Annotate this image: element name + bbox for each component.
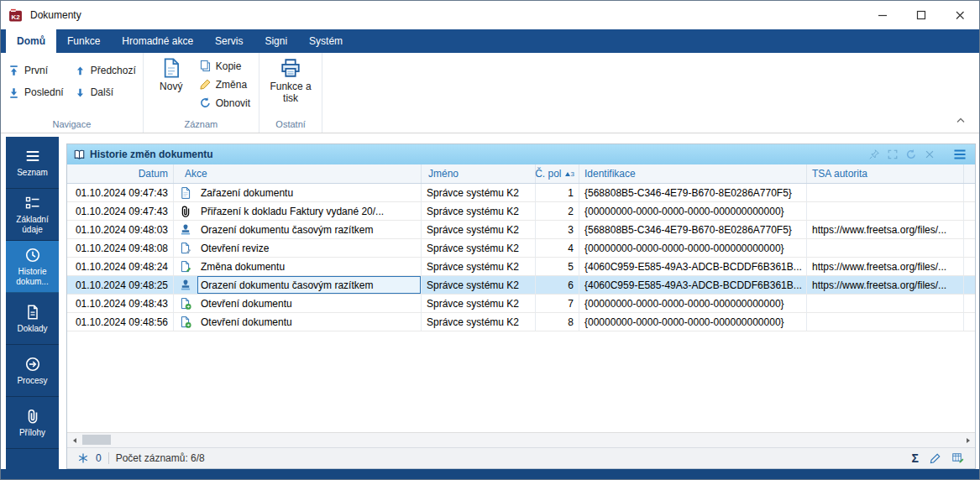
functions-print-button[interactable]: Funkce a tisk [266, 53, 315, 117]
cell-akce-text: Otevření dokumentu [197, 295, 421, 312]
refresh-icon [199, 97, 212, 109]
tab-signi[interactable]: Signi [254, 29, 298, 53]
pencil-icon [199, 78, 212, 91]
snowflake-icon[interactable] [77, 452, 89, 464]
next-arrow-icon [74, 86, 86, 99]
minimize-icon [878, 10, 888, 20]
cell-akce: Zařazení dokumentu [174, 184, 422, 201]
tab-domu[interactable]: Domů [6, 29, 56, 53]
ribbon-group-ostatni: Funkce a tisk Ostatní [259, 53, 322, 133]
sidebar-item-procesy[interactable]: Procesy [6, 345, 59, 397]
sum-icon[interactable]: Σ [912, 452, 919, 464]
cell-cpol: 2 [536, 202, 579, 220]
sidebar-item-seznam[interactable]: Seznam [6, 137, 59, 189]
ribbon-button-posledni[interactable]: Poslední [8, 81, 64, 103]
pin-icon[interactable] [868, 149, 880, 160]
cell-jmeno: Správce systému K2 [422, 276, 536, 294]
cell-datum: 01.10.2024 09:47:43 [67, 184, 174, 201]
new-record-button[interactable]: Nový [150, 53, 192, 117]
book-icon [73, 149, 86, 161]
cell-jmeno: Správce systému K2 [422, 239, 536, 257]
sidebar-item-prilohy[interactable]: Přílohy [6, 397, 59, 449]
sidebar-item-zakladni-udaje[interactable]: Základní údaje [6, 189, 59, 241]
column-header-akce[interactable]: Akce [174, 164, 422, 183]
docline-icon [24, 304, 41, 321]
close-icon [955, 10, 965, 20]
table-row[interactable]: 01.10.2024 09:48:08 Otevření revize Sprá… [67, 239, 975, 258]
sidebar: Seznam Základní údaje Historie dokum... … [6, 137, 59, 479]
tab-servis[interactable]: Servis [204, 29, 254, 53]
cell-jmeno: Správce systému K2 [422, 295, 536, 312]
refresh-icon[interactable] [905, 149, 917, 160]
cell-tsa-autorita [807, 202, 964, 220]
edit-pencil-icon[interactable] [929, 452, 941, 465]
cell-akce: Otevření dokumentu [174, 295, 422, 312]
ribbon-button-kopie[interactable]: Kopie [199, 60, 250, 72]
cell-akce: Orazení dokumentu časovým razítkem [174, 221, 422, 238]
column-header-filler [964, 164, 975, 183]
sidebar-item-label: Seznam [7, 168, 58, 178]
ribbon-button-dalsi[interactable]: Další [74, 81, 136, 103]
table-row[interactable]: 01.10.2024 09:48:25 Orazení dokumentu ča… [67, 276, 975, 295]
table-row[interactable]: 01.10.2024 09:48:43 Otevření dokumentu S… [67, 295, 975, 313]
tab-system[interactable]: Systém [298, 29, 354, 53]
clip-icon [24, 408, 41, 425]
maximize-button[interactable] [902, 1, 941, 29]
process-icon [24, 356, 41, 373]
tab-hromadne-akce[interactable]: Hromadné akce [111, 29, 204, 53]
ribbon-button-predchozi[interactable]: Předchozí [74, 60, 136, 81]
arrow-left-icon [71, 437, 78, 444]
cell-jmeno: Správce systému K2 [422, 221, 536, 238]
column-header-datum[interactable]: Datum [67, 164, 174, 183]
close-panel-icon[interactable] [924, 149, 935, 160]
column-header-identifikace[interactable]: Identifikace [579, 164, 807, 183]
close-button[interactable] [941, 1, 979, 29]
tab-funkce[interactable]: Funkce [56, 29, 111, 53]
ribbon-button-label: Další [91, 86, 113, 98]
stamp-icon [174, 221, 197, 238]
status-bar: 0 Počet záznamů: 6/8 Σ [67, 447, 975, 468]
ribbon-group-zaznam: Nový Kopie Změna Obnovit Záznam [144, 53, 259, 133]
cell-akce-text: Změna dokumentu [197, 258, 421, 275]
sidebar-item-label: Historie dokum... [7, 267, 58, 287]
minimize-button[interactable] [863, 1, 902, 29]
panel-menu-icon[interactable] [952, 147, 967, 162]
column-header-tsa[interactable]: TSA autorita [807, 164, 964, 183]
first-arrow-icon [8, 65, 20, 77]
expand-icon[interactable] [887, 149, 899, 160]
table-row[interactable]: 01.10.2024 09:48:56 Otevření dokumentu S… [67, 313, 975, 331]
sidebar-item-historie-dokum[interactable]: Historie dokum... [6, 241, 59, 293]
cell-cpol: 3 [536, 221, 579, 238]
maximize-icon [916, 10, 926, 20]
scrollbar-thumb[interactable] [82, 435, 111, 445]
docedit-icon [174, 258, 197, 275]
table-row[interactable]: 01.10.2024 09:47:43 Zařazení dokumentu S… [67, 184, 975, 202]
ribbon-button-zmena[interactable]: Změna [199, 78, 250, 91]
horizontal-scrollbar[interactable] [67, 432, 975, 447]
cell-identifikace: {4060C959-E585-49A3-ADCB-BCDDF6B361B... [579, 276, 807, 294]
scroll-right-button[interactable] [961, 433, 975, 447]
cell-identifikace: {00000000-0000-0000-0000-000000000000} [579, 313, 807, 331]
svg-text:K2: K2 [11, 13, 20, 21]
title-bar: K2 Dokumenty [1, 1, 979, 29]
clip-icon [174, 202, 197, 220]
sidebar-item-doklady[interactable]: Doklady [6, 293, 59, 345]
column-header-cpol[interactable]: Č. pol 3 [536, 164, 579, 183]
scroll-left-button[interactable] [67, 433, 81, 447]
table-row[interactable]: 01.10.2024 09:48:24 Změna dokumentu Sprá… [67, 258, 975, 276]
cell-identifikace: {00000000-0000-0000-0000-000000000000} [579, 239, 807, 257]
status-toolbar: Σ [912, 451, 965, 465]
ribbon-button-obnovit[interactable]: Obnovit [199, 97, 250, 109]
table-body: 01.10.2024 09:47:43 Zařazení dokumentu S… [67, 184, 975, 432]
collapse-ribbon-button[interactable] [956, 112, 966, 127]
last-arrow-icon [8, 86, 20, 99]
ribbon-button-prvni[interactable]: První [8, 60, 64, 81]
snowflake-value: 0 [96, 452, 102, 464]
table-row[interactable]: 01.10.2024 09:47:43 Přiřazení k dokladu … [67, 202, 975, 221]
doc-icon [174, 184, 197, 201]
column-header-jmeno[interactable]: Jméno [422, 164, 536, 183]
ribbon-group-label: Záznam [150, 117, 252, 133]
table-row[interactable]: 01.10.2024 09:48:03 Orazení dokumentu ča… [67, 221, 975, 239]
docopen-icon [174, 313, 197, 331]
grid-edit-icon[interactable] [951, 451, 965, 465]
